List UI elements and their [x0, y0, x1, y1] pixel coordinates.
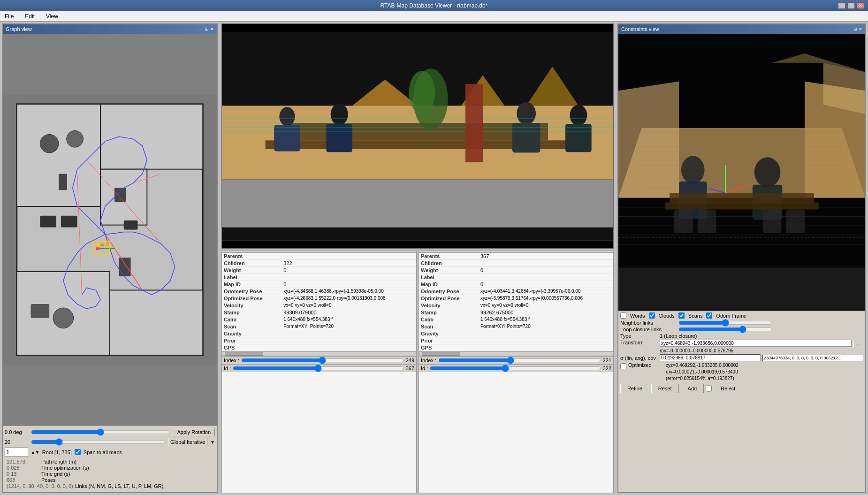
right-odom-key: Odometry Pose	[419, 288, 479, 295]
left-calib-row: Calib 1 640x480 fx=554.383 f	[222, 316, 416, 323]
algorithm-dropdown[interactable]: Global Iterative	[168, 438, 207, 446]
transform-rpy-value: rpy=-0.000000,-0.000000,0.576795	[660, 348, 733, 353]
iterations-slider[interactable]	[31, 439, 165, 445]
root-label: Root [1, 735]	[42, 449, 72, 455]
apply-rotation-button[interactable]: Apply Rotation	[173, 428, 215, 436]
constraints-3d-canvas[interactable]	[618, 34, 865, 311]
svg-rect-7	[40, 216, 56, 228]
right-gps-key: GPS	[419, 344, 479, 351]
maximize-button[interactable]: □	[847, 2, 855, 9]
left-index-label: Index :	[224, 358, 239, 363]
left-children-key: Children	[222, 260, 282, 267]
left-children-row: Children 322	[222, 260, 416, 267]
scans-checkbox[interactable]	[678, 312, 685, 319]
right-parents-val: 367	[479, 253, 613, 260]
add-button[interactable]: Add	[681, 384, 704, 393]
graph-close-icon[interactable]: ✕	[210, 27, 214, 31]
svg-rect-81	[665, 203, 819, 210]
reset-button[interactable]: Reset	[651, 384, 679, 393]
reject-button[interactable]: Reject	[714, 384, 742, 393]
titlebar-buttons[interactable]: — □ ✕	[838, 2, 864, 9]
right-index-slider[interactable]	[438, 358, 601, 363]
left-gravity-val	[282, 330, 416, 337]
left-stamp-key: Stamp	[222, 309, 282, 316]
left-data-scrollbar-h[interactable]	[222, 351, 416, 356]
right-index-label: Index :	[421, 358, 436, 363]
words-label: Words	[630, 313, 645, 319]
left-label-row: Label	[222, 274, 416, 281]
loop-closure-slider[interactable]	[678, 327, 772, 332]
right-data-table: Parents 367 Children Weight 0 Label	[419, 253, 613, 351]
sigma-input-2[interactable]	[762, 355, 863, 361]
optimized-checkbox[interactable]	[620, 363, 626, 369]
left-label-key: Label	[222, 274, 282, 281]
left-index-slider[interactable]	[241, 358, 404, 363]
minimize-button[interactable]: —	[838, 2, 845, 9]
svg-rect-83	[674, 209, 693, 233]
refine-button[interactable]: Refine	[620, 384, 649, 393]
left-scan-key: Scan	[222, 323, 282, 330]
right-children-row: Children	[419, 260, 613, 267]
left-optpose-row: Optimized Pose xyz=(-4.26683,1.55222,0 r…	[222, 295, 416, 302]
left-index-value: 249	[406, 358, 414, 363]
transform-input[interactable]	[660, 340, 852, 347]
left-gps-val	[282, 344, 416, 351]
menu-view[interactable]: View	[43, 12, 61, 21]
add-checkbox[interactable]	[706, 384, 712, 393]
constraints-title-text: Constraints view	[621, 26, 659, 32]
words-checkbox[interactable]	[620, 312, 626, 319]
left-parents-val	[282, 253, 416, 260]
stat-val-3: Poses	[41, 477, 56, 483]
constraints-close-icon[interactable]: ✕	[859, 27, 862, 31]
optimized-xyz: xyz=0.469292,-1.933285,0.000002	[666, 362, 739, 369]
clouds-checkbox[interactable]	[649, 312, 655, 319]
svg-point-77	[681, 156, 705, 184]
graph-canvas[interactable]	[3, 34, 217, 426]
neighbor-links-row: Neighbor links	[620, 320, 863, 326]
constraints-panel-title: Constraints view ⊞ ✕	[618, 24, 865, 34]
stat-row-2: 0.13 Time grid (s)	[7, 471, 213, 477]
svg-point-26	[53, 308, 74, 328]
left-id-row: Id : 367	[222, 364, 416, 372]
left-velocity-key: Velocity	[222, 302, 282, 309]
neighbor-links-slider[interactable]	[678, 320, 772, 326]
odom-frame-checkbox[interactable]	[706, 312, 712, 319]
right-optpose-val: xyz=(-3.95879,3.51764,-rpy=(0.000557736,…	[479, 295, 613, 302]
svg-rect-37	[326, 124, 352, 152]
right-id-slider[interactable]	[430, 366, 601, 371]
rotation-slider[interactable]	[31, 429, 170, 435]
svg-point-79	[754, 157, 781, 187]
right-velocity-row: Velocity vx=0 vy=0 vz=0 vroll=0	[419, 302, 613, 309]
right-data-scrollbar-h[interactable]	[419, 351, 613, 356]
node-input[interactable]	[5, 448, 28, 457]
transform-expand-button[interactable]: …	[853, 340, 863, 347]
close-button[interactable]: ✕	[857, 2, 864, 9]
dropdown-arrow-icon[interactable]: ▼	[210, 440, 215, 445]
optimized-value: xyz=0.469292,-1.933285,0.000002 rpy=0.00…	[666, 362, 739, 382]
left-id-slider[interactable]	[233, 366, 404, 371]
left-weight-row: Weight 0	[222, 267, 416, 274]
svg-rect-9	[124, 221, 138, 230]
menu-edit[interactable]: Edit	[22, 12, 38, 21]
right-odom-val: xyz=(-4.03441,3.42684,-rpy=(-3.39957e-06…	[479, 288, 613, 295]
left-label-val	[282, 274, 416, 281]
left-scan-val: Format=XYI Points=720	[282, 323, 416, 330]
menu-file[interactable]: File	[2, 12, 16, 21]
right-odom-row: Odometry Pose xyz=(-4.03441,3.42684,-rpy…	[419, 288, 613, 295]
stat-key-3: 608	[7, 477, 39, 483]
graph-expand-icon[interactable]: ⊞	[205, 27, 209, 31]
constraints-expand-icon[interactable]: ⊞	[853, 27, 857, 31]
constraints-panel: Constraints view ⊞ ✕	[617, 23, 866, 493]
right-gravity-row: Gravity	[419, 330, 613, 337]
left-data-table: Parents Children 322 Weight 0 Label	[222, 253, 416, 351]
svg-rect-8	[61, 216, 77, 228]
svg-rect-86	[786, 209, 805, 233]
svg-rect-41	[565, 124, 592, 152]
svg-rect-51	[465, 84, 483, 162]
loop-closure-links-row: Loop closure links	[620, 327, 863, 332]
node-spinner-icon[interactable]: ▲▼	[31, 450, 39, 455]
right-prior-val	[479, 337, 613, 344]
svg-rect-21	[100, 244, 104, 246]
span-checkbox[interactable]	[75, 449, 81, 455]
sigma-input-1[interactable]	[660, 354, 761, 361]
